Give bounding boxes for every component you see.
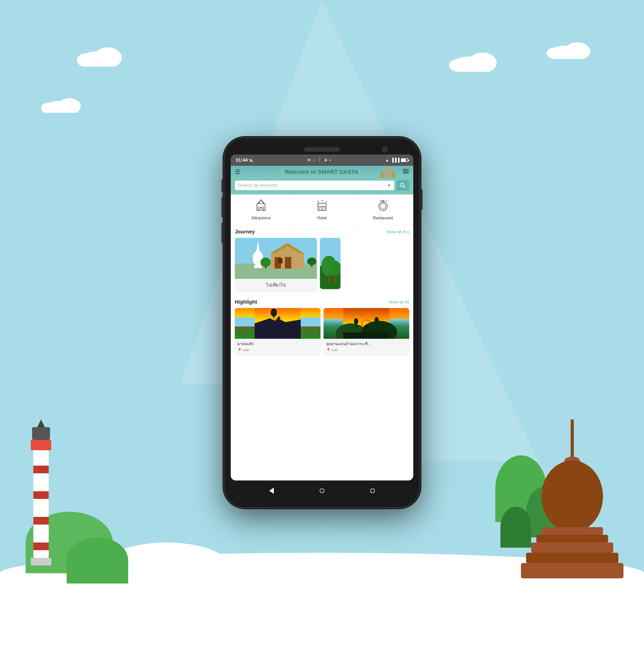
svg-text:✦: ✦ bbox=[379, 199, 381, 202]
filter-icon[interactable] bbox=[402, 168, 409, 176]
temple-svg bbox=[235, 238, 317, 279]
highlight-info-1: ผาหล่มสัก 📍 Loei bbox=[235, 339, 320, 354]
svg-rect-4 bbox=[33, 466, 49, 473]
globe-icon: ⊕ bbox=[324, 158, 327, 163]
svg-rect-8 bbox=[31, 440, 51, 450]
svg-text:✦: ✦ bbox=[385, 199, 387, 202]
svg-rect-54 bbox=[323, 207, 325, 210]
svg-rect-105 bbox=[364, 327, 369, 329]
header-temple-decoration bbox=[375, 166, 400, 178]
category-hotel[interactable]: ✦ ✦ ✦ Hotel bbox=[292, 195, 353, 224]
category-attractions[interactable]: Attractions bbox=[231, 195, 292, 224]
svg-rect-9 bbox=[32, 427, 50, 440]
cliff-svg bbox=[235, 308, 320, 339]
highlight-location-2: 📍 Loei bbox=[326, 348, 407, 352]
journey-card-title: ไปเที่ยวไป bbox=[235, 279, 317, 291]
svg-rect-79 bbox=[311, 265, 313, 267]
status-bar: 01:44 น. ✉ ♪ 📍 ⊕ • ▲ ▐▐▐ bbox=[231, 155, 413, 166]
svg-marker-10 bbox=[37, 420, 45, 427]
highlight-card-2[interactable]: จุดผ่านแดนบ้านนากระเชื... 📍 Loei bbox=[324, 308, 409, 354]
restaurant-icon: ✦ ✦ bbox=[377, 199, 389, 214]
svg-rect-77 bbox=[265, 265, 266, 268]
battery-fill bbox=[401, 159, 406, 162]
hotel-label: Hotel bbox=[317, 216, 327, 220]
svg-point-101 bbox=[354, 318, 358, 325]
status-right: ▲ ▐▐▐ bbox=[385, 158, 408, 163]
journey-card-main[interactable]: ไปเที่ยวไป bbox=[235, 238, 317, 291]
location-pin-2: 📍 bbox=[326, 348, 330, 352]
phone-device: 01:44 น. ✉ ♪ 📍 ⊕ • ▲ ▐▐▐ bbox=[224, 138, 420, 507]
svg-rect-7 bbox=[33, 543, 49, 550]
attractions-svg bbox=[255, 199, 267, 211]
svg-point-25 bbox=[58, 98, 81, 113]
svg-point-37 bbox=[407, 170, 408, 172]
menu-icon[interactable]: ☰ bbox=[235, 168, 240, 176]
search-input-wrap[interactable]: Search by keyword ▼ bbox=[235, 181, 394, 190]
svg-marker-45 bbox=[257, 200, 265, 210]
svg-text:✦: ✦ bbox=[321, 199, 324, 202]
green-hill-2 bbox=[67, 538, 128, 584]
svg-point-83 bbox=[330, 261, 340, 276]
svg-point-78 bbox=[307, 257, 316, 265]
sunset-svg bbox=[324, 308, 409, 339]
svg-rect-42 bbox=[384, 168, 391, 178]
app-header: ☰ Welcome to SMART DASTA bbox=[231, 166, 413, 178]
svg-rect-51 bbox=[318, 203, 326, 210]
svg-rect-85 bbox=[335, 275, 336, 283]
category-restaurant[interactable]: ✦ ✦ Restaurant bbox=[352, 195, 413, 224]
stupa bbox=[521, 420, 624, 599]
restaurant-label: Restaurant bbox=[373, 216, 393, 220]
lighthouse bbox=[15, 420, 67, 573]
status-icons: ✉ ♪ 📍 ⊕ • bbox=[307, 158, 331, 163]
svg-rect-53 bbox=[319, 207, 321, 210]
dot-icon: • bbox=[329, 158, 331, 163]
location-text-2: Loei bbox=[331, 348, 338, 352]
journey-cards: ไปเที่ยวไป bbox=[235, 238, 409, 293]
highlight-img-2 bbox=[324, 308, 409, 339]
attractions-icon bbox=[255, 199, 267, 214]
journey-show-all[interactable]: Show all (51) bbox=[386, 230, 409, 234]
svg-rect-2 bbox=[31, 558, 51, 566]
nav-home-button[interactable] bbox=[316, 484, 328, 497]
svg-marker-89 bbox=[255, 318, 301, 339]
svg-text:✦: ✦ bbox=[325, 200, 327, 203]
svg-point-29 bbox=[449, 59, 467, 72]
search-dropdown-icon[interactable]: ▼ bbox=[387, 183, 391, 188]
wifi-icon: ▲ bbox=[385, 158, 389, 163]
signal-icon: ▐▐▐ bbox=[391, 158, 399, 163]
phone-speaker bbox=[304, 147, 340, 152]
highlight-img-1 bbox=[235, 308, 320, 339]
svg-rect-6 bbox=[33, 517, 49, 524]
back-icon bbox=[269, 488, 274, 494]
cloud-right-1 bbox=[449, 51, 500, 72]
highlight-show-all[interactable]: Show all (5) bbox=[389, 300, 409, 304]
volume-down-button bbox=[221, 197, 224, 218]
svg-rect-99 bbox=[343, 333, 389, 339]
nav-back-button[interactable] bbox=[265, 484, 278, 497]
screen-content[interactable]: ☰ Welcome to SMART DASTA bbox=[231, 166, 413, 480]
nav-recents-button[interactable] bbox=[366, 484, 379, 497]
message-icon: ✉ bbox=[307, 158, 311, 163]
svg-rect-19 bbox=[526, 553, 618, 563]
recents-icon bbox=[370, 489, 374, 493]
location-text-1: Loei bbox=[243, 348, 249, 352]
journey-section: Journey Show all (51) bbox=[231, 225, 413, 295]
phone-top-bar bbox=[231, 144, 413, 155]
svg-point-59 bbox=[380, 204, 385, 209]
journey-card-side[interactable] bbox=[320, 238, 340, 289]
highlight-cards: ผาหล่มสัก 📍 Loei bbox=[235, 308, 409, 357]
svg-point-76 bbox=[261, 257, 271, 267]
svg-rect-69 bbox=[254, 265, 262, 268]
search-button[interactable] bbox=[396, 180, 409, 191]
highlight-card-1[interactable]: ผาหล่มสัก 📍 Loei bbox=[235, 308, 320, 354]
highlight-name-2: จุดผ่านแดนบ้านนากระเชื... bbox=[326, 341, 407, 347]
phone-wrapper: 01:44 น. ✉ ♪ 📍 ⊕ • ▲ ▐▐▐ bbox=[224, 138, 420, 507]
journey-header: Journey Show all (51) bbox=[235, 229, 409, 235]
journey-title: Journey bbox=[235, 229, 255, 235]
filter-svg bbox=[402, 168, 409, 174]
highlight-header: Highlight Show all (5) bbox=[235, 299, 409, 305]
phone-bottom-nav bbox=[231, 480, 413, 501]
location-icon: 📍 bbox=[317, 158, 322, 163]
highlight-section: Highlight Show all (5) bbox=[231, 295, 413, 359]
cloud-right-2 bbox=[546, 41, 593, 59]
